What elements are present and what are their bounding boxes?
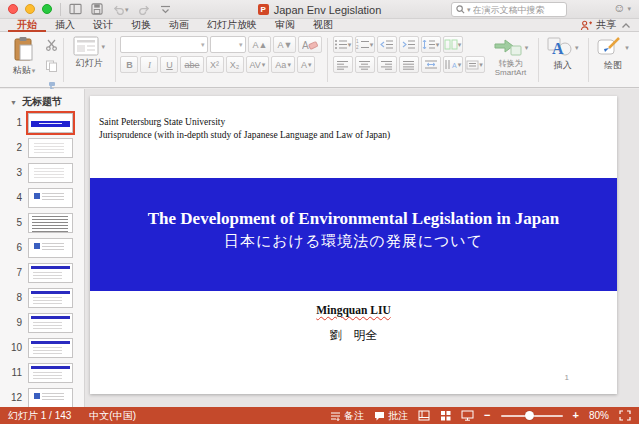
institution-text[interactable]: Saint Petersburg State University Jurisp… [99,116,390,142]
slide-title-japanese: 日本における環境法の発展について [224,232,483,251]
change-case-button[interactable]: Aa▾ [271,56,295,73]
font-name-combo[interactable]: ▾ [120,36,208,53]
slideshow-icon [461,410,474,421]
columns-button[interactable]: ▾ [443,36,463,53]
text-direction-button[interactable]: A▾ [443,56,463,73]
save-icon[interactable] [91,3,103,15]
slide-thumbnail-2[interactable]: 2 [0,138,84,163]
align-right-button[interactable] [377,56,397,73]
copy-icon[interactable] [45,58,58,76]
new-slide-pane-icon[interactable] [69,3,82,15]
paste-button[interactable]: 粘贴▾ [6,36,42,77]
increase-indent-button[interactable] [399,36,419,53]
ribbon-tab-bar: 开始 插入 设计 切换 动画 幻灯片放映 审阅 视图 共享 [0,19,639,32]
new-slide-dropdown-icon[interactable]: ▾ [101,43,105,50]
smiley-feedback-icon[interactable]: ☺ [613,1,625,15]
search-box[interactable]: ▾ [451,2,567,17]
strikethrough-button[interactable]: abe [180,56,203,73]
notes-toggle[interactable]: 备注 [330,409,364,423]
slide-thumbnail-10[interactable]: 10 [0,338,84,363]
shrink-font-button[interactable]: A▼ [273,36,296,53]
feedback-dropdown-icon[interactable]: ▾ [627,5,631,12]
underline-button[interactable]: U [160,56,178,73]
slide-thumbnail-5[interactable]: 5 [0,213,84,238]
tab-design[interactable]: 设计 [84,19,122,32]
collapse-ribbon-icon[interactable] [621,22,631,29]
redo-icon[interactable] [138,4,151,15]
tab-animations[interactable]: 动画 [160,19,198,32]
slide-thumbnail-8[interactable]: 8 [0,288,84,313]
zoom-out-button[interactable]: − [484,410,490,421]
slide-thumbnail-11[interactable]: 11 [0,363,84,388]
language-indicator[interactable]: 中文(中国) [89,409,136,423]
zoom-slider[interactable] [501,415,563,417]
bold-button[interactable]: B [120,56,138,73]
slide-sorter-icon [440,410,451,421]
slide-thumbnail-7[interactable]: 7 [0,263,84,288]
tab-review[interactable]: 审阅 [266,19,304,32]
zoom-in-button[interactable]: + [573,410,579,421]
title-banner[interactable]: The Development of Environmental Legisla… [90,178,617,291]
line-spacing-button[interactable]: ▾ [421,36,441,53]
tab-transitions[interactable]: 切换 [122,19,160,32]
tab-insert[interactable]: 插入 [46,19,84,32]
slide-thumbnail-1[interactable]: 1 [0,113,84,138]
new-slide-button[interactable]: ▾ 幻灯片 [68,36,110,70]
slide-sorter-view-button[interactable] [440,410,451,421]
svg-text:A: A [452,62,457,69]
draw-dropdown-icon[interactable]: ▾ [625,44,629,51]
tab-view[interactable]: 视图 [304,19,342,32]
undo-dropdown-icon[interactable]: ▾ [125,6,129,13]
customize-toolbar-icon[interactable] [160,5,171,14]
zoom-level[interactable]: 80% [589,410,609,421]
align-center-button[interactable] [355,56,375,73]
tab-slideshow[interactable]: 幻灯片放映 [198,19,266,32]
undo-icon[interactable]: ▾ [112,4,129,15]
convert-to-smartart-button[interactable]: ▾ 转换为SmartArt [489,36,533,77]
cut-icon[interactable] [45,37,58,55]
slideshow-view-button[interactable] [461,410,474,421]
draw-brush-icon [597,36,623,58]
close-window-button[interactable] [8,4,18,14]
tab-home[interactable]: 开始 [8,19,46,32]
slide-thumbnail-9[interactable]: 9 [0,313,84,338]
align-text-button[interactable]: ▾ [465,56,485,73]
share-button[interactable]: 共享 [580,18,616,32]
subscript-button[interactable]: X₂ [226,56,244,73]
author-name-english[interactable]: Mingquan LIU [90,304,617,316]
draw-button[interactable]: ▾ 绘图 [593,36,633,72]
grow-font-button[interactable]: A▲ [248,36,271,53]
distribute-text-button[interactable] [421,56,441,73]
slide-thumbnail-4[interactable]: 4 [0,188,84,213]
search-input[interactable] [473,5,553,15]
bullets-button[interactable]: ▾ [333,36,353,53]
superscript-button[interactable]: X² [206,56,224,73]
search-scope-dropdown-icon[interactable]: ▾ [467,6,471,13]
character-spacing-button[interactable]: AV▾ [246,56,270,73]
numbering-button[interactable]: 12▾ [355,36,375,53]
author-name-chinese[interactable]: 劉 明全 [90,327,617,344]
smartart-dropdown-icon[interactable]: ▾ [525,44,529,51]
section-collapse-icon[interactable]: ▼ [10,99,17,106]
clear-formatting-button[interactable]: A [298,36,322,53]
zoom-window-button[interactable] [42,4,52,14]
justify-button[interactable] [399,56,419,73]
font-color-button[interactable]: A▾ [297,56,316,73]
normal-view-button[interactable] [418,410,430,421]
slide-editor[interactable]: Saint Petersburg State University Jurisp… [90,96,617,394]
slide-thumbnail-6[interactable]: 6 [0,238,84,263]
section-header[interactable]: ▼ 无标题节 [0,95,84,113]
slide-thumbnail-3[interactable]: 3 [0,163,84,188]
insert-button[interactable]: A ▾ 插入 [543,36,583,72]
slide-thumbnail-12[interactable]: 12 [0,388,84,407]
align-left-button[interactable] [333,56,353,73]
paste-dropdown-icon[interactable]: ▾ [32,67,36,74]
decrease-indent-button[interactable] [377,36,397,53]
italic-button[interactable]: I [140,56,158,73]
fit-slide-button[interactable] [619,410,631,421]
comments-toggle[interactable]: 批注 [374,409,408,423]
insert-dropdown-icon[interactable]: ▾ [575,44,579,51]
zoom-slider-thumb[interactable] [525,411,534,420]
minimize-window-button[interactable] [25,4,35,14]
font-size-combo[interactable]: ▾ [210,36,246,53]
